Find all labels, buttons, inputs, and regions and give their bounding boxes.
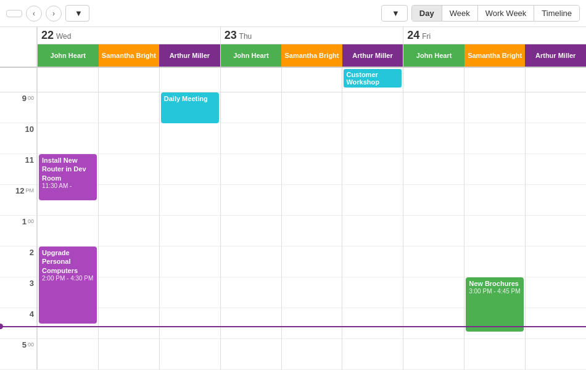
resources-row: John HeartSamantha BrightArthur Miller xyxy=(221,44,403,67)
allday-cell-6 xyxy=(403,68,464,92)
event-block-day2-col7[interactable]: New Brochures3:00 PM - 4:45 PM xyxy=(466,277,524,332)
grid-cell-8-7 xyxy=(526,308,586,339)
time-cell-1: 10 xyxy=(0,123,36,154)
event-block-day0-col0[interactable]: Install New Router in Dev Room11:30 AM - xyxy=(39,154,97,200)
grid-col-7: New Brochures3:00 PM - 4:45 PM xyxy=(464,92,525,370)
event-time-label: 2:00 PM - 4:30 PM xyxy=(42,275,94,282)
view-workweek-button[interactable]: Work Week xyxy=(478,6,535,21)
grid-cell-3-2 xyxy=(221,154,281,185)
grid-cell-0-4 xyxy=(38,216,98,247)
grid-col-0: Install New Router in Dev Room11:30 AM -… xyxy=(37,92,98,370)
hour-label: 2 xyxy=(30,248,34,257)
grid-cell-3-0 xyxy=(221,92,281,123)
grid-cell-8-4 xyxy=(526,216,586,247)
resource-label-1-0: John Heart xyxy=(221,44,282,67)
resource-label-0-0: John Heart xyxy=(38,44,99,67)
grid-cell-7-2 xyxy=(464,154,525,185)
resources-row: John HeartSamantha BrightArthur Miller xyxy=(38,44,220,67)
grid-cell-5-5 xyxy=(342,247,403,277)
resources-chevron-icon: ▼ xyxy=(392,9,400,18)
grid-cell-5-1 xyxy=(342,123,403,154)
grid-cell-4-8 xyxy=(282,339,342,370)
grid-cell-2-6 xyxy=(160,277,220,308)
grid-cell-4-6 xyxy=(282,277,342,308)
grid-cell-7-3 xyxy=(464,185,525,216)
grid-cell-6-0 xyxy=(403,92,464,123)
grid-cell-5-6 xyxy=(342,277,403,308)
next-button[interactable]: › xyxy=(46,6,62,22)
grid-cell-2-4 xyxy=(160,216,220,247)
allday-time-cell xyxy=(0,68,37,92)
grid-cell-3-5 xyxy=(221,247,281,277)
grid-cell-3-1 xyxy=(221,123,281,154)
toolbar: ‹ › ▼ ▼ Day Week Work Week Timeline xyxy=(0,0,586,27)
view-day-button[interactable]: Day xyxy=(412,6,442,21)
today-button[interactable] xyxy=(6,10,22,17)
resource-label-2-2: Arthur Miller xyxy=(525,44,586,67)
grid-cell-6-5 xyxy=(403,247,464,277)
event-block-day0-col2[interactable]: Daily Meeting xyxy=(161,92,219,123)
view-week-button[interactable]: Week xyxy=(442,6,478,21)
grid-cell-2-3 xyxy=(160,185,220,216)
grid-cell-0-0 xyxy=(38,92,98,123)
hour-label: 10 xyxy=(25,125,34,134)
grid-cell-5-3 xyxy=(342,185,403,216)
grid-cell-2-2 xyxy=(160,154,220,185)
grid-cell-8-5 xyxy=(526,247,586,277)
view-switcher: Day Week Work Week Timeline xyxy=(411,5,580,22)
grid-cell-3-6 xyxy=(221,277,281,308)
time-column: 900101112PM100234500 xyxy=(0,92,37,370)
hour-label: 9 xyxy=(22,94,27,103)
grid-cell-8-6 xyxy=(526,277,586,308)
grid-col-1 xyxy=(98,92,159,370)
grid-cell-3-8 xyxy=(221,339,281,370)
view-timeline-button[interactable]: Timeline xyxy=(534,6,579,21)
grid-cell-8-3 xyxy=(526,185,586,216)
grid-cell-1-0 xyxy=(99,92,159,123)
day-header-24: 24 FriJohn HeartSamantha BrightArthur Mi… xyxy=(403,27,586,67)
day-header-22: 22 WedJohn HeartSamantha BrightArthur Mi… xyxy=(37,27,220,67)
hour-label: 3 xyxy=(30,279,34,288)
hour-label: 11 xyxy=(25,155,34,165)
grid-cell-7-4 xyxy=(464,216,525,247)
grid-cell-3-7 xyxy=(221,308,281,339)
event-block-day0-col0[interactable]: Upgrade Personal Computers2:00 PM - 4:30… xyxy=(39,247,97,324)
grid-cell-2-8 xyxy=(160,339,220,370)
hour-label: 4 xyxy=(30,309,34,319)
resource-label-1-2: Arthur Miller xyxy=(342,44,403,67)
grid-cell-4-4 xyxy=(282,216,342,247)
grid-cell-5-7 xyxy=(342,308,403,339)
grid-cell-2-7 xyxy=(160,308,220,339)
grid-cell-1-1 xyxy=(99,123,159,154)
prev-button[interactable]: ‹ xyxy=(26,6,42,22)
day-header-23: 23 ThuJohn HeartSamantha BrightArthur Mi… xyxy=(220,27,403,67)
calendar-header: 22 WedJohn HeartSamantha BrightArthur Mi… xyxy=(0,27,586,68)
hour-label: 12 xyxy=(15,186,24,195)
grid-cell-5-4 xyxy=(342,216,403,247)
time-cell-7: 4 xyxy=(0,308,36,339)
allday-row: Customer Workshop xyxy=(0,68,586,92)
time-cell-8: 500 xyxy=(0,339,36,370)
customer-workshop-event[interactable]: Customer Workshop xyxy=(344,69,402,88)
grid-cell-6-8 xyxy=(403,339,464,370)
resources-button[interactable]: ▼ xyxy=(381,5,408,22)
grid-cell-3-3 xyxy=(221,185,281,216)
time-cell-5: 2 xyxy=(0,247,36,277)
event-title: Daily Meeting xyxy=(164,94,216,103)
event-title: Install New Router in Dev Room xyxy=(42,156,94,182)
grid-cell-2-5 xyxy=(160,247,220,277)
ampm-label: 00 xyxy=(28,95,34,101)
grid-cell-4-1 xyxy=(282,123,342,154)
grid-cell-5-2 xyxy=(342,154,403,185)
allday-cell-5: Customer Workshop xyxy=(342,68,403,92)
allday-cell-0 xyxy=(37,68,98,92)
grid-col-3 xyxy=(220,92,281,370)
grid-cell-1-2 xyxy=(99,154,159,185)
grid-cell-3-4 xyxy=(221,216,281,247)
resources-row: John HeartSamantha BrightArthur Miller xyxy=(403,44,586,67)
grid-cell-8-2 xyxy=(526,154,586,185)
time-grid: 900101112PM100234500Install New Router i… xyxy=(0,92,586,370)
grid-cell-1-3 xyxy=(99,185,159,216)
grid-cell-5-8 xyxy=(342,339,403,370)
date-range-button[interactable]: ▼ xyxy=(65,5,89,22)
